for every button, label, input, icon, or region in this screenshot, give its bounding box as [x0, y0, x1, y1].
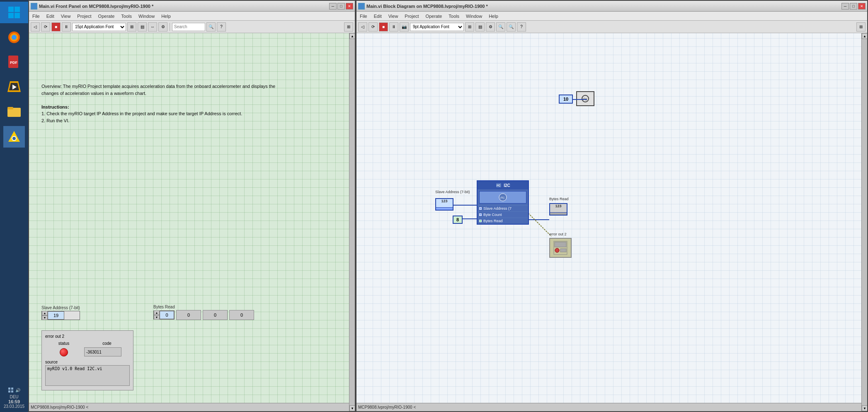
- bd-help-btn[interactable]: ?: [517, 22, 526, 32]
- bd-scroll-down-btn[interactable]: ▼: [862, 405, 867, 411]
- menu-edit[interactable]: Edit: [45, 13, 56, 19]
- bd-menu-window[interactable]: Window: [464, 13, 484, 19]
- bd-pause-btn[interactable]: ⏸: [389, 22, 398, 32]
- bd-menu-help[interactable]: Help: [487, 13, 500, 19]
- svg-text:I²C: I²C: [497, 184, 500, 187]
- bd-btn4[interactable]: 🔍: [496, 22, 505, 32]
- svg-rect-25: [359, 4, 361, 6]
- windows-start-button[interactable]: [0, 2, 28, 23]
- bd-scroll-up-btn[interactable]: ▲: [862, 33, 867, 39]
- byte-value-2[interactable]: [203, 310, 228, 320]
- toolbar-back-btn[interactable]: ◁: [31, 22, 40, 32]
- front-panel-title: Main.vi Front Panel on MCP9808.lvproj/my…: [39, 4, 153, 9]
- toolbar-btn3[interactable]: ↔: [148, 22, 157, 32]
- bd-menu-view[interactable]: View: [387, 13, 400, 19]
- bytes-read-label: Bytes Read: [153, 305, 254, 309]
- bd-menu-project[interactable]: Project: [403, 13, 420, 19]
- bytes-read-increment[interactable]: ▲: [154, 310, 160, 315]
- slave-address-decrement[interactable]: ▼: [42, 315, 48, 320]
- bd-menu-file[interactable]: File: [358, 13, 369, 19]
- step2-text: 2. Run the VI.: [41, 118, 69, 123]
- slave-address-const-node[interactable]: 123: [435, 198, 453, 211]
- bd-fwd-btn[interactable]: ⟳: [369, 22, 378, 32]
- bd-btn3[interactable]: ⚙: [486, 22, 495, 32]
- menu-help[interactable]: Help: [160, 13, 172, 19]
- bd-btn2[interactable]: ▤: [475, 22, 485, 32]
- byte-value-1[interactable]: [176, 310, 201, 320]
- function-node-right[interactable]: I²C: [576, 91, 594, 106]
- bd-scroll-track[interactable]: [862, 39, 867, 405]
- bd-btn5[interactable]: 🔍: [507, 22, 516, 32]
- search-button[interactable]: 🔍: [206, 22, 216, 32]
- i2c-block[interactable]: I²C I2C I²C Slave Address (7 Byte Co: [477, 180, 529, 225]
- error-out-indicator-node[interactable]: [549, 238, 572, 258]
- svg-rect-26: [361, 4, 364, 6]
- toolbar-btn2[interactable]: ▤: [138, 22, 147, 32]
- bd-status: MCP9808.lvproj/myRIO-1900 <: [358, 405, 416, 410]
- search-input[interactable]: [172, 23, 205, 31]
- bytes-read-decrement[interactable]: ▼: [154, 315, 160, 320]
- bd-camera-btn[interactable]: 📷: [400, 22, 409, 32]
- menu-window[interactable]: Window: [137, 13, 156, 19]
- menu-tools[interactable]: Tools: [119, 13, 133, 19]
- bd-font-selector[interactable]: 9pt Application Font: [410, 23, 464, 31]
- bd-vscrollbar[interactable]: ▲ ▼: [861, 33, 867, 411]
- svg-rect-17: [8, 388, 10, 390]
- bytes-read-spin-field[interactable]: [160, 311, 174, 319]
- scroll-down-btn[interactable]: ▼: [349, 405, 355, 411]
- slave-address-increment[interactable]: ▲: [42, 311, 48, 315]
- toolbar-pause-btn[interactable]: ⏸: [62, 22, 71, 32]
- bd-menu-edit[interactable]: Edit: [372, 13, 383, 19]
- minimize-button[interactable]: ─: [329, 3, 337, 10]
- front-panel-vscrollbar[interactable]: ▲ ▼: [349, 33, 355, 411]
- firefox-icon[interactable]: [3, 27, 25, 48]
- front-panel-window-icon: [31, 3, 37, 10]
- scroll-up-btn[interactable]: ▲: [349, 33, 355, 39]
- error-source-field[interactable]: myRIO v1.0 Read I2C.vi: [45, 365, 130, 386]
- block-diagram-window-icon: [358, 3, 365, 10]
- restore-button[interactable]: □: [337, 3, 345, 10]
- bd-restore-button[interactable]: □: [850, 3, 857, 10]
- bd-stop-btn[interactable]: ■: [379, 22, 388, 32]
- vlc-icon[interactable]: [3, 76, 25, 98]
- wire-layer: [356, 33, 861, 403]
- svg-rect-27: [359, 6, 361, 9]
- bd-minimize-button[interactable]: ─: [841, 3, 849, 10]
- slave-address-input-group: ▲ ▼: [41, 311, 80, 320]
- bd-menu-tools[interactable]: Tools: [447, 13, 461, 19]
- bd-menu-operate[interactable]: Operate: [424, 13, 444, 19]
- folder-icon[interactable]: [3, 101, 25, 123]
- slave-address-field[interactable]: [48, 311, 64, 320]
- block-diagram-title: Main.vi Block Diagram on MCP9808.lvproj/…: [366, 4, 488, 9]
- error-out-cluster: error out 2 status code source myRIO v1.…: [41, 330, 133, 390]
- pdf-icon[interactable]: PDF: [3, 51, 25, 73]
- toolbar-grid-btn[interactable]: ⊞: [344, 22, 353, 32]
- font-selector[interactable]: 15pt Application Font: [72, 23, 126, 31]
- menu-view[interactable]: View: [59, 13, 73, 19]
- toolbar-btn4[interactable]: ⚙: [158, 22, 167, 32]
- constant-10[interactable]: 10: [559, 95, 573, 104]
- volume-icon: 🔊: [15, 388, 20, 393]
- menu-operate[interactable]: Operate: [97, 13, 116, 19]
- menu-file[interactable]: File: [31, 13, 41, 19]
- toolbar-fwd-btn[interactable]: ⟳: [41, 22, 50, 32]
- bd-back-btn[interactable]: ◁: [358, 22, 367, 32]
- labview-icon[interactable]: [3, 126, 25, 148]
- svg-rect-1: [15, 7, 20, 12]
- svg-rect-23: [32, 6, 34, 9]
- toolbar-stop-btn[interactable]: ■: [51, 22, 61, 32]
- scroll-track[interactable]: [349, 39, 355, 405]
- close-button[interactable]: ✕: [346, 3, 353, 10]
- toolbar-btn1[interactable]: ⊞: [127, 22, 136, 32]
- constant-8[interactable]: 8: [453, 216, 463, 224]
- bd-close-button[interactable]: ✕: [858, 3, 866, 10]
- bd-grid-btn[interactable]: ⊞: [856, 22, 866, 32]
- slave-address-control: Slave Address (7-bit) ▲ ▼: [41, 305, 80, 320]
- svg-point-16: [12, 137, 16, 140]
- help-btn[interactable]: ?: [217, 22, 226, 32]
- menu-project[interactable]: Project: [75, 13, 93, 19]
- byte-value-3[interactable]: [229, 310, 254, 320]
- error-code-field[interactable]: [84, 347, 121, 356]
- bytes-read-indicator-node[interactable]: 123: [549, 203, 567, 216]
- bd-btn1[interactable]: ⊞: [465, 22, 474, 32]
